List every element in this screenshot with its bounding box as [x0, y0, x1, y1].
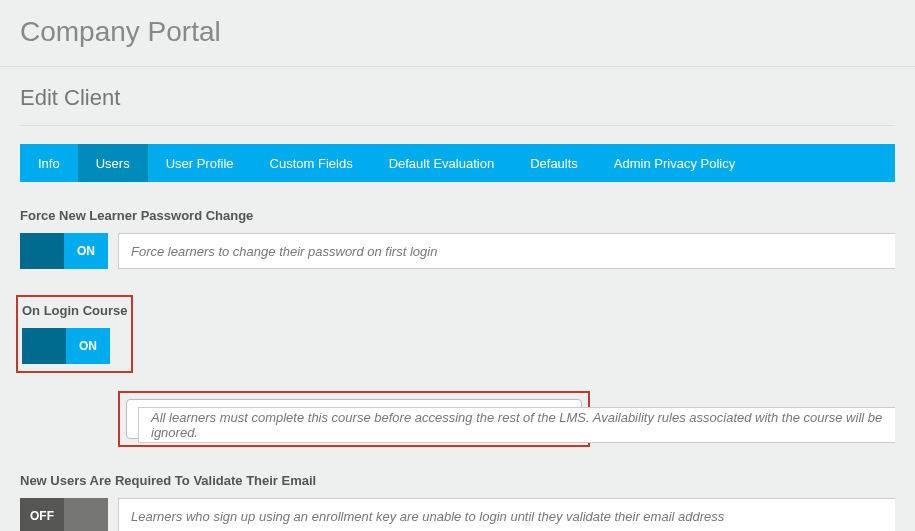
tab-admin-privacy-policy[interactable]: Admin Privacy Policy [596, 144, 753, 182]
toggle-on-login-course[interactable]: ON [22, 328, 110, 364]
tab-user-profile[interactable]: User Profile [148, 144, 252, 182]
tab-custom-fields[interactable]: Custom Fields [252, 144, 371, 182]
toggle-validate-email[interactable]: OFF [20, 498, 108, 531]
tab-bar: Info Users User Profile Custom Fields De… [20, 144, 895, 182]
app-header: Company Portal [0, 0, 915, 67]
tab-info[interactable]: Info [20, 144, 78, 182]
setting-on-login-course: On Login Course ON All learners must com… [20, 295, 895, 447]
setting-label: On Login Course [22, 303, 127, 318]
setting-description: Learners who sign up using an enrollment… [118, 498, 895, 531]
tab-default-evaluation[interactable]: Default Evaluation [371, 144, 513, 182]
setting-label: Force New Learner Password Change [20, 208, 895, 223]
setting-description: Force learners to change their password … [118, 233, 895, 269]
main-content: Edit Client Info Users User Profile Cust… [0, 67, 915, 531]
toggle-state: ON [66, 328, 110, 364]
divider [20, 125, 895, 126]
toggle-state: OFF [20, 498, 64, 531]
toggle-state: ON [64, 233, 108, 269]
toggle-force-password[interactable]: ON [20, 233, 108, 269]
setting-validate-email: New Users Are Required To Validate Their… [20, 473, 895, 531]
page-title: Edit Client [20, 85, 895, 111]
setting-force-password: Force New Learner Password Change ON For… [20, 208, 895, 269]
tab-defaults[interactable]: Defaults [512, 144, 596, 182]
setting-description: All learners must complete this course b… [138, 407, 895, 443]
tab-users[interactable]: Users [78, 144, 148, 182]
app-title: Company Portal [20, 16, 895, 48]
setting-label: New Users Are Required To Validate Their… [20, 473, 895, 488]
